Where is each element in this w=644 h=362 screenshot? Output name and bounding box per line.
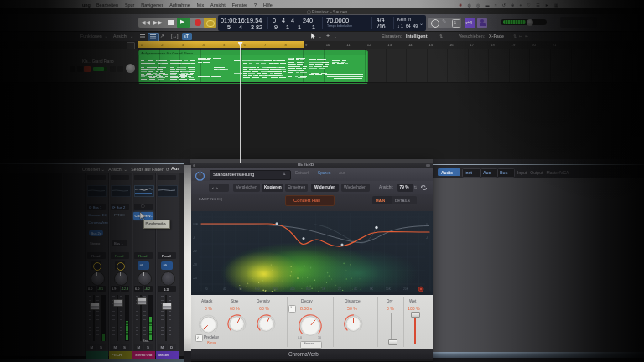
svg-text:-18: -18 <box>193 263 197 266</box>
svg-text:10K: 10K <box>386 287 392 291</box>
svg-text:40: 40 <box>223 287 226 291</box>
svg-text:400: 400 <box>290 287 295 291</box>
svg-text:100: 100 <box>255 287 260 291</box>
svg-text:80: 80 <box>239 287 242 291</box>
svg-text:200: 200 <box>273 287 278 291</box>
svg-text:800: 800 <box>306 287 311 291</box>
svg-text:-6: -6 <box>426 236 428 240</box>
svg-text:0: 0 <box>426 223 428 226</box>
svg-text:20K: 20K <box>403 287 409 291</box>
svg-text:-24: -24 <box>193 277 197 280</box>
svg-text:-6: -6 <box>193 236 195 240</box>
svg-text:-12: -12 <box>193 250 197 253</box>
svg-text:0dB: 0dB <box>193 223 199 226</box>
svg-text:20: 20 <box>205 287 208 291</box>
